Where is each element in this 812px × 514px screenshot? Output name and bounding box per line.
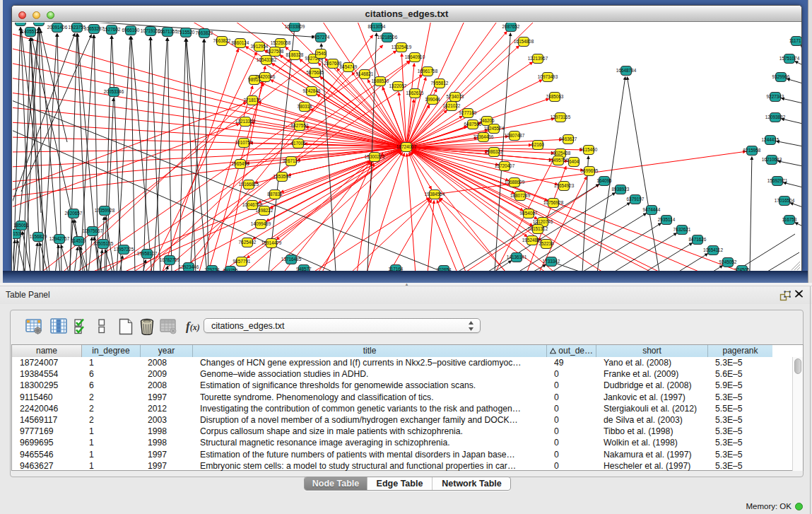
svg-text:9699695: 9699695 xyxy=(581,168,599,173)
svg-text:18640910: 18640910 xyxy=(405,54,425,59)
svg-text:252234: 252234 xyxy=(539,241,554,246)
svg-text:9474444: 9474444 xyxy=(643,207,661,212)
svg-text:6379197: 6379197 xyxy=(627,197,645,201)
svg-text:10688609: 10688609 xyxy=(505,180,525,185)
svg-text:18724007: 18724007 xyxy=(396,144,417,149)
svg-text:10973493: 10973493 xyxy=(538,74,558,79)
svg-text:3912954: 3912954 xyxy=(251,44,269,49)
svg-text:3267110: 3267110 xyxy=(283,158,300,163)
svg-text:9857791: 9857791 xyxy=(233,259,251,264)
svg-text:15226058: 15226058 xyxy=(271,40,291,45)
svg-text:12923446: 12923446 xyxy=(179,264,199,269)
svg-text:17957225: 17957225 xyxy=(114,247,134,252)
svg-text:9227343: 9227343 xyxy=(767,94,784,99)
svg-text:8860124: 8860124 xyxy=(232,40,249,45)
svg-text:9329966: 9329966 xyxy=(772,74,790,79)
svg-text:13716485: 13716485 xyxy=(281,257,302,262)
svg-text:1588520: 1588520 xyxy=(372,78,389,83)
svg-text:7515520: 7515520 xyxy=(177,30,195,35)
svg-text:417006: 417006 xyxy=(290,141,306,146)
svg-text:9327508: 9327508 xyxy=(266,49,284,54)
svg-text:10025438: 10025438 xyxy=(551,151,571,156)
svg-text:114519: 114519 xyxy=(71,238,86,243)
svg-text:2020657: 2020657 xyxy=(65,211,83,216)
svg-text:19218506: 19218506 xyxy=(377,35,398,40)
svg-text:16154808: 16154808 xyxy=(514,39,534,44)
svg-text:10653287: 10653287 xyxy=(84,26,105,31)
svg-text:16543382: 16543382 xyxy=(257,57,277,62)
svg-text:111712: 111712 xyxy=(789,38,801,43)
svg-text:18245574: 18245574 xyxy=(484,126,505,131)
svg-text:9146821: 9146821 xyxy=(356,71,374,76)
svg-text:19384554: 19384554 xyxy=(425,192,445,197)
svg-text:9463627: 9463627 xyxy=(560,136,577,141)
svg-text:746206: 746206 xyxy=(479,118,495,123)
svg-text:199044: 199044 xyxy=(425,97,440,102)
svg-text:16151312: 16151312 xyxy=(528,226,548,231)
svg-text:5875685: 5875685 xyxy=(307,70,324,75)
svg-text:12213967: 12213967 xyxy=(528,56,548,61)
svg-text:62160: 62160 xyxy=(531,142,544,147)
svg-text:14099489: 14099489 xyxy=(251,221,271,226)
svg-text:10975667: 10975667 xyxy=(83,228,103,233)
svg-text:12942757: 12942757 xyxy=(49,236,70,241)
svg-text:10756928: 10756928 xyxy=(543,200,564,205)
svg-text:15720407: 15720407 xyxy=(495,163,515,168)
svg-text:12973165: 12973165 xyxy=(551,115,571,119)
svg-text:1010755: 1010755 xyxy=(235,140,253,145)
svg-text:1965498: 1965498 xyxy=(232,161,249,166)
svg-text:20091406: 20091406 xyxy=(47,25,68,30)
svg-text:1156829: 1156829 xyxy=(30,234,47,239)
svg-text:20053346: 20053346 xyxy=(104,89,124,94)
svg-text:2718176: 2718176 xyxy=(244,98,261,103)
svg-text:1405572: 1405572 xyxy=(13,23,30,23)
svg-text:15751074: 15751074 xyxy=(779,56,800,61)
svg-text:15300273: 15300273 xyxy=(365,154,385,159)
svg-text:2986322: 2986322 xyxy=(486,149,503,154)
svg-text:8215958: 8215958 xyxy=(743,148,761,153)
svg-text:8938923: 8938923 xyxy=(612,187,630,192)
svg-text:12505135: 12505135 xyxy=(93,241,114,246)
svg-text:6487565: 6487565 xyxy=(464,122,482,127)
svg-text:7357274: 7357274 xyxy=(312,35,330,40)
svg-text:1353594: 1353594 xyxy=(273,174,291,179)
svg-text:19654923: 19654923 xyxy=(554,183,575,188)
svg-text:2009140: 2009140 xyxy=(30,23,48,23)
svg-text:16033809: 16033809 xyxy=(285,24,305,29)
svg-text:7663822: 7663822 xyxy=(196,30,213,35)
svg-text:9245052: 9245052 xyxy=(719,259,737,264)
svg-text:1733342: 1733342 xyxy=(543,259,560,264)
svg-text:16961758: 16961758 xyxy=(418,69,438,74)
svg-text:13495756: 13495756 xyxy=(548,158,569,163)
svg-text:1498222: 1498222 xyxy=(256,208,273,213)
svg-text:887831: 887831 xyxy=(267,192,283,197)
svg-text:15692971: 15692971 xyxy=(767,178,788,183)
svg-text:8427552: 8427552 xyxy=(291,123,309,128)
svg-text:18807249: 18807249 xyxy=(510,193,531,198)
svg-text:1244415: 1244415 xyxy=(762,137,779,142)
svg-text:9854067: 9854067 xyxy=(520,211,538,216)
svg-text:6404: 6404 xyxy=(569,159,579,164)
svg-text:7625402: 7625402 xyxy=(239,240,257,245)
svg-text:164095: 164095 xyxy=(596,178,612,183)
svg-text:8813054: 8813054 xyxy=(368,24,386,29)
svg-text:1527602: 1527602 xyxy=(103,27,121,32)
svg-text:9277169: 9277169 xyxy=(459,110,477,115)
svg-text:116753: 116753 xyxy=(782,217,797,222)
svg-text:19958107: 19958107 xyxy=(137,251,158,256)
svg-text:185061: 185061 xyxy=(13,223,29,228)
svg-text:7955812: 7955812 xyxy=(431,81,449,86)
svg-text:1362615: 1362615 xyxy=(406,90,424,95)
svg-text:17016504: 17016504 xyxy=(775,198,795,203)
svg-text:10120746: 10120746 xyxy=(533,219,553,224)
svg-text:2087652: 2087652 xyxy=(502,24,520,29)
svg-text:16210643: 16210643 xyxy=(762,157,782,162)
svg-text:2546: 2546 xyxy=(316,51,326,56)
svg-text:10807487: 10807487 xyxy=(505,133,525,138)
svg-text:9115460: 9115460 xyxy=(580,147,598,152)
svg-text:1405572: 1405572 xyxy=(22,29,40,34)
svg-text:8471626: 8471626 xyxy=(689,237,707,242)
svg-text:16914479: 16914479 xyxy=(261,240,282,245)
svg-text:12213369: 12213369 xyxy=(235,119,256,124)
svg-text:7485063: 7485063 xyxy=(546,94,564,99)
